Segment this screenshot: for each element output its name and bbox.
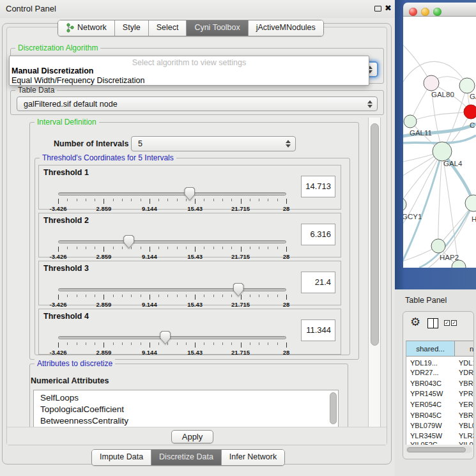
threshold-label: Threshold 2 bbox=[43, 216, 89, 225]
tick-label: 28 bbox=[283, 301, 290, 308]
table-row[interactable]: YBR043CYBR0 bbox=[406, 379, 473, 388]
slider-track[interactable] bbox=[58, 240, 286, 243]
tab-impute-data[interactable]: Impute Data bbox=[92, 450, 151, 465]
numerical-attributes-list[interactable]: SelfLoops TopologicalCoefficient Between… bbox=[33, 390, 339, 429]
column-header-shared-name[interactable]: shared... bbox=[406, 341, 455, 357]
list-item[interactable]: TopologicalCoefficient bbox=[34, 404, 338, 415]
threshold-4-value-field[interactable]: 11.344 bbox=[301, 319, 335, 341]
apply-button[interactable]: Apply bbox=[171, 430, 213, 443]
combobox-arrows-icon bbox=[286, 140, 291, 148]
network-window-titlebar[interactable] bbox=[403, 3, 476, 17]
tick-label: 28 bbox=[283, 205, 290, 212]
table-hscrollbar[interactable] bbox=[406, 447, 472, 453]
table-row[interactable]: YER054CYER0 bbox=[406, 400, 473, 410]
float-window-icon[interactable] bbox=[374, 6, 381, 12]
slider-track[interactable] bbox=[58, 192, 286, 196]
threshold-1-value-field[interactable]: 14.713 bbox=[301, 176, 335, 197]
node-label-h: H bbox=[472, 215, 476, 223]
table-cell: YDR27... bbox=[410, 368, 439, 378]
table-cell: YIL052C bbox=[410, 440, 438, 445]
table-row[interactable]: YBR045CYBR0 bbox=[406, 411, 473, 420]
threshold-label: Threshold 4 bbox=[43, 312, 89, 321]
table-cell: YPR145W bbox=[410, 389, 443, 399]
tick-label: 15.43 bbox=[187, 349, 203, 356]
dropdown-option-equal-width[interactable]: Equal Width/Frequency Discretization bbox=[12, 76, 144, 85]
tab-cyni-toolbox[interactable]: Cyni Toolbox bbox=[186, 20, 247, 36]
checkbox-icon[interactable]: ✓ bbox=[444, 320, 450, 326]
slider-track[interactable] bbox=[58, 336, 286, 339]
tab-select[interactable]: Select bbox=[148, 20, 187, 36]
tab-infer-network[interactable]: Infer Network bbox=[221, 450, 284, 465]
threshold-1-slider[interactable]: -3.426 2.859 9.144 15.43 21.715 28 bbox=[58, 192, 286, 210]
combobox-value: 5 bbox=[138, 139, 142, 148]
node-gcy1 bbox=[403, 197, 406, 211]
table-cell: YIL0 bbox=[459, 440, 473, 445]
node-h bbox=[465, 195, 476, 211]
tab-discretize-data[interactable]: Discretize Data bbox=[151, 450, 221, 465]
node-label-gal11: GAL11 bbox=[410, 129, 432, 137]
threshold-2-slider[interactable]: -3.426 2.859 9.144 15.43 21.715 28 bbox=[58, 240, 286, 258]
tick-label: -3.426 bbox=[50, 301, 67, 308]
tab-jactivemnodules[interactable]: jActiveMNodules bbox=[248, 20, 323, 36]
node-label-gcy1: GCY1 bbox=[403, 213, 422, 220]
threshold-4-slider[interactable]: -3.426 2.859 9.144 15.43 21.715 28 bbox=[58, 336, 286, 354]
tick-label: -3.426 bbox=[50, 253, 67, 260]
list-item[interactable]: BetweennessCentrality bbox=[34, 415, 338, 427]
tick-label: 21.715 bbox=[231, 301, 250, 308]
table-hscrollbar-thumb[interactable] bbox=[407, 447, 466, 452]
table-row[interactable]: YDL19...YDL1 bbox=[406, 358, 473, 368]
tab-label: Infer Network bbox=[229, 452, 277, 461]
tab-label: Network bbox=[77, 23, 107, 32]
node-table[interactable]: shared... na YDL19...YDL1 YDR27...YDR2 Y… bbox=[406, 341, 473, 445]
table-row[interactable]: YBL079WYBL0 bbox=[406, 421, 473, 431]
dropdown-hint: Select algorithm to view settings bbox=[10, 58, 369, 67]
pane-scrollbar[interactable] bbox=[368, 118, 381, 427]
list-item[interactable]: SelfLoops bbox=[34, 392, 338, 404]
column-header-name[interactable]: na bbox=[455, 341, 473, 357]
list-scrollbar-thumb[interactable] bbox=[330, 392, 337, 424]
threshold-label: Threshold 3 bbox=[43, 264, 89, 273]
node-red bbox=[464, 105, 476, 119]
tab-network[interactable]: Network bbox=[58, 20, 114, 36]
threshold-3-slider[interactable]: -3.426 2.859 9.144 15.43 21.715 28 bbox=[58, 288, 286, 306]
slider-track[interactable] bbox=[58, 288, 286, 291]
table-row[interactable]: YPR145WYPR1 bbox=[406, 389, 473, 399]
window-close-button[interactable] bbox=[409, 8, 417, 16]
tick-label: 9.144 bbox=[142, 349, 157, 356]
apply-bar: Apply bbox=[7, 427, 387, 445]
close-icon[interactable]: ✖ bbox=[385, 3, 392, 13]
columns-icon[interactable] bbox=[427, 318, 438, 328]
pane-scrollbar-thumb[interactable] bbox=[371, 123, 379, 346]
threshold-3-box: Threshold 3 -3.426 2.859 9.144 15.43 21.… bbox=[38, 261, 341, 305]
threshold-2-value-field[interactable]: 6.316 bbox=[301, 224, 335, 245]
threshold-3-value-field[interactable]: 21.4 bbox=[301, 272, 335, 293]
node-hap2 bbox=[431, 239, 445, 253]
table-panel-area: Table Panel ⚙ ✓ ✓ shared... na YDL19...Y… bbox=[395, 289, 476, 476]
threshold-1-box: Threshold 1 -3.426 2.859 9.144 15.43 21.… bbox=[38, 165, 341, 210]
panel-title: Control Panel bbox=[6, 4, 56, 13]
slider-thumb[interactable] bbox=[233, 283, 244, 296]
slider-thumb[interactable] bbox=[160, 331, 171, 344]
tick-label: 15.43 bbox=[187, 301, 203, 308]
slider-thumb[interactable] bbox=[123, 235, 134, 249]
table-row[interactable]: YLR345WYLR3 bbox=[406, 431, 473, 441]
table-row[interactable]: YIL052CYIL0 bbox=[406, 440, 473, 445]
dropdown-option-manual[interactable]: Manual Discretization bbox=[12, 66, 94, 75]
table-cell: YBR043C bbox=[410, 379, 441, 388]
table-data-combobox[interactable]: galFiltered.sif default node bbox=[17, 96, 378, 111]
network-view-canvas[interactable]: GAL80 GA GAL11 C GAL4 GCY1 H HAP2 bbox=[403, 17, 476, 268]
tab-label: jActiveMNodules bbox=[256, 23, 316, 32]
table-cell: YLR3 bbox=[459, 431, 473, 441]
gear-icon[interactable]: ⚙ bbox=[410, 316, 420, 328]
tick-label: 9.144 bbox=[142, 301, 157, 308]
checkbox-icon[interactable]: ✓ bbox=[451, 320, 457, 326]
table-panel-title: Table Panel bbox=[405, 296, 447, 305]
window-minimize-button[interactable] bbox=[421, 8, 429, 16]
number-of-intervals-combobox[interactable]: 5 bbox=[131, 136, 296, 151]
node-label-gal80: GAL80 bbox=[431, 91, 454, 98]
slider-thumb[interactable] bbox=[184, 187, 195, 201]
tab-style[interactable]: Style bbox=[114, 20, 148, 36]
window-zoom-button[interactable] bbox=[433, 8, 441, 16]
table-row[interactable]: YDR27...YDR2 bbox=[406, 368, 473, 378]
slider-ticks bbox=[58, 295, 286, 300]
